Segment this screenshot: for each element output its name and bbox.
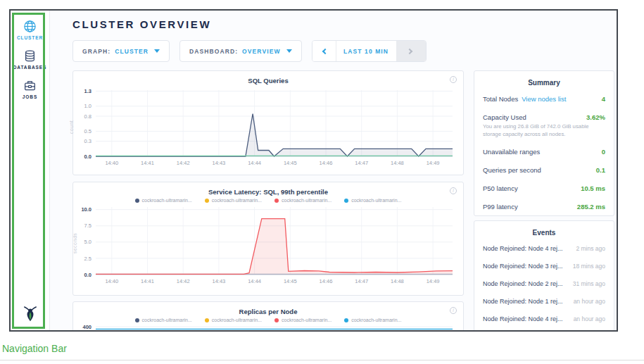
svg-text:0.0: 0.0 — [84, 153, 91, 160]
sidebar-item-label: CLUSTER — [17, 35, 43, 40]
info-icon[interactable]: i — [450, 307, 457, 314]
event-time: 2 mins ago — [572, 245, 605, 252]
time-range-value[interactable]: LAST 10 MIN — [336, 41, 396, 61]
time-next-button[interactable] — [396, 41, 426, 61]
cockroach-icon — [21, 304, 39, 323]
summary-label: Capacity Used — [483, 113, 526, 121]
legend-dot-icon — [344, 318, 348, 322]
svg-text:14:48: 14:48 — [391, 278, 404, 284]
globe-icon — [23, 20, 37, 33]
svg-text:14:40: 14:40 — [105, 160, 118, 166]
database-icon — [23, 49, 37, 63]
event-row[interactable]: Node Rejoined: Node 1 rej... an hour ago — [474, 292, 614, 310]
cockroach-logo[interactable] — [11, 304, 49, 323]
legend-dot-icon — [274, 318, 279, 322]
legend-dot-icon — [135, 199, 139, 203]
service-latency-chart-card: Service Latency: SQL, 99th percentile i … — [72, 182, 464, 296]
summary-row-p50: P50 latency 10.5 ms — [474, 179, 614, 197]
dashboard-dropdown[interactable]: DASHBOARD: OVERVIEW — [179, 40, 302, 62]
svg-text:14:43: 14:43 — [213, 160, 226, 166]
sidebar-item-cluster[interactable]: CLUSTER — [11, 11, 49, 40]
page: CLUSTER DATABASES — [0, 0, 644, 364]
event-row[interactable]: Node Rejoined: Node 2 rej... 31 mins ago — [474, 275, 614, 292]
dashboard-dropdown-label: DASHBOARD: — [189, 48, 238, 55]
svg-text:0.0: 0.0 — [84, 272, 91, 278]
info-icon[interactable]: i — [450, 76, 457, 83]
chart-title: Replicas per Node — [73, 302, 463, 315]
view-nodes-list-link[interactable]: View nodes list — [522, 95, 566, 103]
svg-text:14:40: 14:40 — [105, 278, 118, 284]
legend-item: cockroach-ultramarin... — [274, 198, 332, 203]
time-prev-button[interactable] — [312, 41, 336, 61]
sidebar-item-label: DATABASES — [13, 65, 47, 70]
sql-queries-chart: 0.00.30.50.81.01.314:4014:4114:4214:4314… — [73, 84, 462, 172]
summary-label: Unavailable ranges — [483, 148, 540, 156]
events-title: Events — [474, 221, 614, 239]
dashboard-dropdown-value: OVERVIEW — [242, 48, 280, 55]
event-message: Node Rejoined: Node 4 rej... — [483, 245, 563, 252]
sql-queries-chart-card: SQL Queries i count 0.00.30.50.81.01.314… — [72, 70, 464, 175]
svg-text:14:45: 14:45 — [284, 160, 297, 166]
sidebar-item-databases[interactable]: DATABASES — [11, 40, 49, 70]
svg-text:14:41: 14:41 — [141, 160, 154, 166]
chevron-right-icon — [407, 48, 412, 54]
summary-label: Total Nodes — [483, 95, 518, 103]
svg-text:14:41: 14:41 — [141, 278, 154, 284]
svg-text:14:49: 14:49 — [427, 278, 440, 284]
event-time: 18 mins ago — [569, 263, 605, 270]
legend-dot-icon — [274, 199, 279, 203]
svg-text:14:48: 14:48 — [391, 160, 404, 166]
event-row[interactable]: Node Rejoined: Node 4 rej... an hour ago — [474, 310, 614, 327]
navigation-bar: CLUSTER DATABASES — [11, 11, 50, 330]
summary-value: 0.1 — [596, 166, 605, 174]
capacity-note: You are using 26.8 GiB of 742.0 GiB usab… — [474, 123, 614, 142]
svg-text:14:46: 14:46 — [320, 278, 333, 284]
time-range-selector: LAST 10 MIN — [312, 40, 427, 62]
legend-dot-icon — [344, 199, 348, 203]
replicas-per-node-chart: 400 — [73, 322, 462, 332]
summary-label: P50 latency — [483, 184, 518, 192]
summary-row-total-nodes: Total Nodes View nodes list 4 — [474, 89, 614, 108]
svg-text:10.0: 10.0 — [81, 206, 91, 213]
sidebar-item-jobs[interactable]: JOBS — [11, 70, 49, 99]
chart-title: SQL Queries — [73, 71, 463, 84]
chevron-down-icon — [286, 49, 292, 53]
summary-panel: Summary Total Nodes View nodes list 4 Ca… — [474, 70, 614, 216]
events-panel: Events Node Rejoined: Node 4 rej... 2 mi… — [474, 220, 614, 332]
graph-dropdown-label: GRAPH: — [82, 48, 111, 55]
svg-text:400: 400 — [82, 324, 91, 330]
legend-item: cockroach-ultramarin... — [135, 198, 192, 203]
svg-text:1.3: 1.3 — [84, 88, 91, 94]
svg-text:0.3: 0.3 — [84, 138, 91, 144]
legend-item: cockroach-ultramarin... — [344, 198, 401, 203]
legend-item: cockroach-ultramarin... — [205, 198, 262, 203]
info-icon[interactable]: i — [450, 187, 457, 194]
legend-item: cockroach-ultramarin... — [205, 318, 262, 322]
svg-text:14:45: 14:45 — [284, 278, 297, 284]
dashboard-controls: GRAPH: CLUSTER DASHBOARD: OVERVIEW LAST … — [72, 40, 427, 62]
summary-row-p99: P99 latency 285.2 ms — [474, 197, 614, 215]
summary-value: 285.2 ms — [577, 203, 605, 211]
chevron-down-icon — [154, 49, 160, 53]
svg-text:0.8: 0.8 — [84, 113, 91, 120]
svg-text:0.5: 0.5 — [84, 128, 91, 134]
legend-item: cockroach-ultramarin... — [274, 318, 332, 322]
svg-text:14:49: 14:49 — [427, 160, 440, 166]
annotation-label: Navigation Bar — [2, 343, 67, 354]
svg-text:2.5: 2.5 — [84, 256, 91, 262]
svg-text:14:42: 14:42 — [177, 160, 190, 166]
svg-text:7.5: 7.5 — [84, 222, 91, 229]
event-message: Node Rejoined: Node 3 rej... — [483, 263, 563, 270]
svg-text:1.0: 1.0 — [84, 103, 91, 109]
y-axis-label: seconds — [72, 233, 77, 254]
svg-text:14:47: 14:47 — [355, 160, 368, 166]
event-row[interactable]: Node Rejoined: Node 3 rej... 18 mins ago — [474, 257, 614, 275]
event-row[interactable]: Node Rejoined: Node 4 rej... 2 mins ago — [474, 239, 614, 257]
briefcase-icon — [23, 79, 37, 92]
event-message: Node Rejoined: Node 4 rej... — [483, 315, 563, 322]
graph-dropdown[interactable]: GRAPH: CLUSTER — [72, 40, 170, 62]
svg-text:14:47: 14:47 — [355, 278, 368, 284]
app-screenshot-frame: CLUSTER DATABASES — [9, 9, 618, 332]
chart-legend: cockroach-ultramarin...cockroach-ultrama… — [73, 198, 463, 203]
summary-label: P99 latency — [483, 203, 518, 211]
